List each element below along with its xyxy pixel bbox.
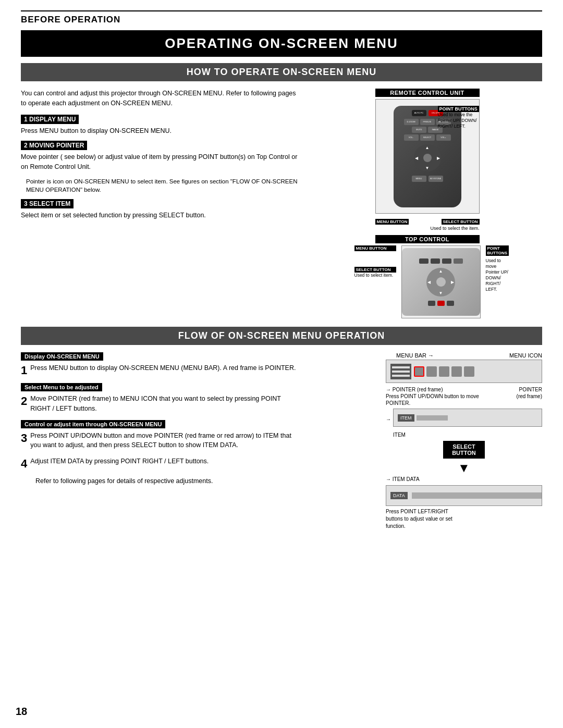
fd-top-labels: MENU BAR → MENU ICON: [386, 352, 542, 359]
top-nav-up: ▲: [439, 269, 443, 274]
menu-icon-selected: [414, 366, 424, 377]
menu-bar-label: MENU BAR →: [396, 352, 434, 359]
nav-center: [423, 154, 432, 162]
flow-step2-block: Select Menu to be adjusted 2 Move POINTE…: [21, 383, 302, 414]
flow-step4-block: 4 Adjust ITEM DATA by pressing POINT RIG…: [21, 456, 302, 486]
fd-arrow-down: ▼: [386, 462, 542, 474]
fd-item-data-label: → ITEM DATA: [386, 476, 542, 482]
fd-screen2: ITEM: [393, 409, 542, 427]
tc-btn2: [431, 258, 440, 264]
flow-step1-label: Display ON-SCREEN MENU: [21, 352, 103, 361]
main-title: OPERATING ON-SCREEN MENU: [21, 35, 542, 52]
intro-text: You can control and adjust this projecto…: [21, 89, 302, 108]
fd-screen3: DATA: [386, 485, 542, 506]
menu-button-label: MENU BUTTON: [375, 219, 409, 225]
remote-point-buttons-label: POINT BUTTONS: [438, 106, 479, 112]
tc-btn3: [442, 258, 451, 264]
flow-step1-text: 1 Press MENU button to display ON-SCREEN…: [21, 363, 302, 377]
item-tag1: ITEM: [398, 414, 414, 422]
step1-content: Press MENU button to display ON-SCREEN M…: [21, 126, 302, 136]
item-data-tag: DATA: [390, 492, 408, 499]
menu-bar-line2: [392, 371, 410, 373]
fd-item-data-desc: Press POINT LEFT/RIGHT buttons to adjust…: [386, 508, 454, 530]
step2-note: Pointer is icon on ON-SCREEN MENU to sel…: [26, 177, 302, 194]
flow-left: Display ON-SCREEN MENU 1 Press MENU butt…: [21, 352, 302, 530]
flow-step4-desc2: Refer to following pages for details of …: [35, 476, 302, 486]
flow-step2-num: 2: [21, 395, 27, 408]
menu-icon-label: MENU ICON: [509, 352, 542, 359]
flow-diagram: MENU BAR → MENU ICON: [386, 352, 542, 530]
menu-bar-line1: [392, 366, 410, 368]
mute-btn: MUTE: [412, 127, 426, 133]
top-nav-left: ◀: [427, 280, 431, 285]
flow-section: Display ON-SCREEN MENU 1 Press MENU butt…: [21, 352, 542, 530]
step2-content: Move pointer ( see below) or adjust valu…: [21, 152, 302, 172]
volume-minus-btn: VOL-: [404, 134, 419, 141]
fd-select-button: SELECT BUTTON: [443, 441, 485, 459]
flow-step4-text: 4 Adjust ITEM DATA by pressing POINT RIG…: [21, 456, 302, 470]
tc-point-buttons-desc: Used to move Pointer UP/ DOWN/ RIGHT/ LE…: [486, 258, 508, 292]
freeze-btn: FREEZE: [420, 119, 435, 125]
step3-content: Select item or set selected function by …: [21, 211, 302, 220]
page-wrapper: BEFORE OPERATION OPERATING ON-SCREEN MEN…: [0, 0, 563, 551]
flow-step2-text: 2 Move POINTER (red frame) to MENU ICON …: [21, 394, 302, 414]
fd-screen1: [386, 360, 542, 383]
flow-step1-num: 1: [21, 364, 27, 377]
step1-block: 1 DISPLAY MENU Press MENU button to disp…: [21, 115, 302, 136]
menu-bar-line3: [392, 375, 410, 377]
step2-block: 2 MOVING POINTER Move pointer ( see belo…: [21, 141, 302, 194]
fd-select-btn-area: SELECT BUTTON: [386, 441, 542, 459]
how-to-section: You can control and adjust this projecto…: [21, 89, 542, 318]
remote-point-buttons-desc: Used to move the Pointer UP/ DOWN/ RIGHT…: [438, 112, 482, 129]
main-title-bar: OPERATING ON-SCREEN MENU: [21, 30, 542, 57]
section1-title: HOW TO OPERATE ON-SCREEN MENU: [21, 67, 542, 78]
fd-pointer-left: → POINTER (red frame) Press POINT UP/DOW…: [386, 386, 495, 406]
top-nav-ring: ▲ ▼ ◀ ▶: [426, 268, 455, 297]
remote-nav-ring: ▲ ▼ ◀ ▶: [414, 144, 441, 171]
top-panel: ▲ ▼ ◀ ▶: [402, 248, 480, 316]
tc-bottom-btn3: [447, 301, 454, 306]
remote-bottom-row: MENU KEYSTONE: [412, 176, 443, 182]
select-used-desc: Used to select the item.: [430, 226, 479, 231]
pointer-label: → POINTER (red frame): [386, 387, 443, 392]
before-operation-title: BEFORE OPERATION: [21, 15, 120, 24]
step3-block: 3 SELECT ITEM Select item or set selecte…: [21, 199, 302, 220]
right-col: REMOTE CONTROL UNIT POINT BUTTONS Used t…: [312, 89, 542, 318]
menu-btn: MENU: [412, 176, 426, 182]
tc-btn1: [419, 258, 429, 264]
tc-bottom-btn2: [437, 301, 445, 306]
top-nav-down: ▼: [439, 291, 443, 295]
menu-icon2: [439, 366, 449, 377]
item-data-bar: [412, 492, 542, 499]
top-control-wrapper: TOP CONTROL MENU BUTTON SELECT BUTTON Us…: [354, 235, 500, 318]
nav-right-icon: ▶: [437, 155, 440, 160]
flow-step3-num: 3: [21, 432, 27, 445]
left-col: You can control and adjust this projecto…: [21, 89, 302, 318]
flow-step3-label: Control or adjust item through ON-SCREEN…: [21, 420, 165, 428]
menu-icon1: [426, 366, 437, 377]
flow-step4-num: 4: [21, 458, 27, 470]
menu-icon3: [451, 366, 462, 377]
section2-header: FLOW OF ON-SCREEN MENU OPERATION: [21, 327, 542, 345]
fd-item-label: ITEM: [393, 432, 542, 438]
page-number: 18: [16, 706, 27, 718]
top-control-label: TOP CONTROL: [375, 235, 480, 243]
volume-plus-btn: VOL+: [436, 134, 451, 141]
menu-bar-text: MENU BAR: [396, 352, 426, 359]
pointer-desc2: (red frame): [517, 393, 542, 399]
flow-step3-block: Control or adjust item through ON-SCREEN…: [21, 420, 302, 451]
remote-wrapper: REMOTE CONTROL UNIT POINT BUTTONS Used t…: [375, 89, 480, 231]
tc-point-buttons-label: POINT BUTTONS: [486, 245, 509, 256]
dzoom-btn: D.ZOOM: [404, 119, 419, 125]
section2-title: FLOW OF ON-SCREEN MENU OPERATION: [21, 330, 542, 341]
menu-icon-text: MENU ICON: [509, 352, 542, 359]
flow-step3-desc: Press POINT UP/DOWN button and move POIN…: [30, 432, 291, 449]
select-vol-btn: SELECT: [420, 134, 435, 141]
tc-btn4: [454, 258, 463, 264]
pointer-label2: POINTER: [519, 387, 542, 392]
item-bar1: [417, 415, 448, 421]
top-nav-right: ▶: [451, 280, 454, 285]
fd-arrow-item: →: [386, 416, 391, 422]
flow-step3-text: 3 Press POINT UP/DOWN button and move PO…: [21, 431, 302, 451]
pointer-desc: Press POINT UP/DOWN button to move POINT…: [386, 393, 479, 406]
